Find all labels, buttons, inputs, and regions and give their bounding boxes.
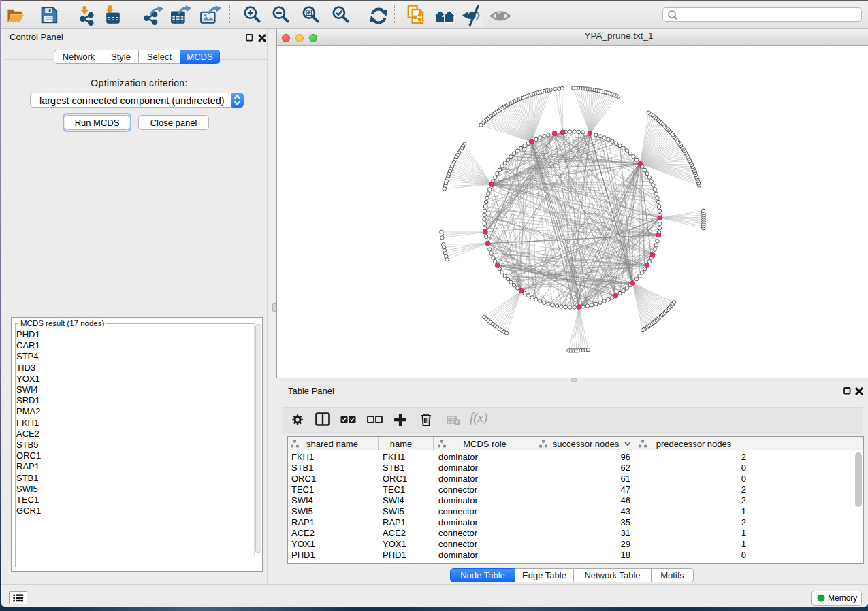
svg-text:f(x): f(x) [470,411,487,425]
